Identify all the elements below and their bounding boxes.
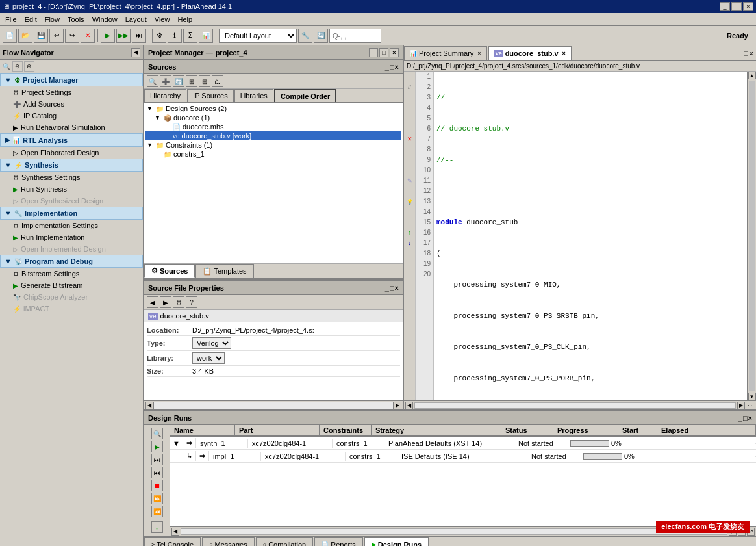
nav-section-header-program[interactable]: ▼ 📡 Program and Debug xyxy=(0,255,143,268)
tb-info[interactable]: ℹ xyxy=(168,29,182,43)
nav-collapse-btn[interactable]: ◀ xyxy=(131,48,140,57)
sfp-back-btn[interactable]: ◀ xyxy=(147,296,158,308)
menu-layout[interactable]: Layout xyxy=(121,14,151,25)
nav-item-impact[interactable]: ⚡iMPACT xyxy=(0,303,143,315)
tab-duocore-stub[interactable]: ve duocore_stub.v × xyxy=(488,46,572,60)
dr-fast-fwd-btn[interactable]: ⏩ xyxy=(151,493,163,504)
tab-compile-order[interactable]: Compile Order xyxy=(274,89,336,102)
menu-tools[interactable]: Tools xyxy=(64,14,88,25)
tb-wrench[interactable]: 🔧 xyxy=(298,29,312,43)
tab-libraries[interactable]: Libraries xyxy=(234,89,273,102)
tree-constrs[interactable]: 📁 constrs_1 xyxy=(145,150,401,159)
src-minimize-btn[interactable]: _ xyxy=(385,63,389,71)
minimize-btn[interactable]: _ xyxy=(720,2,730,11)
src-search-btn[interactable]: 🔍 xyxy=(147,75,158,87)
nav-zoom-out-icon[interactable]: ⊖ xyxy=(12,61,23,72)
sfp-bottom-scrollbar[interactable]: ◀ ▶ xyxy=(144,400,403,410)
tb-redo[interactable]: ↪ xyxy=(65,29,79,43)
sfp-maximize-btn[interactable]: □ xyxy=(390,284,394,292)
tb-save[interactable]: 💾 xyxy=(34,29,48,43)
src-tree-btn[interactable]: 🗂 xyxy=(212,75,223,87)
sfp-close-btn[interactable]: × xyxy=(395,284,399,292)
src-close-btn[interactable]: × xyxy=(395,63,399,71)
nav-section-header-pm[interactable]: ▼ ⚙ Project Manager xyxy=(0,73,143,86)
nav-item-run-impl[interactable]: ▶Run Implementation xyxy=(0,231,143,243)
hscroll-right-btn[interactable]: ▶ xyxy=(737,402,745,410)
dr-reset-btn[interactable]: ⏮ xyxy=(151,467,163,478)
sfp-forward-btn[interactable]: ▶ xyxy=(160,296,171,308)
tb-new[interactable]: 📄 xyxy=(3,29,17,43)
nav-section-header-impl[interactable]: ▼ 🔧 Implementation xyxy=(0,207,143,220)
editor-minimize-btn[interactable]: _ xyxy=(738,49,742,57)
dr-step-btn[interactable]: ⏭ xyxy=(151,454,163,465)
tree-design-sources[interactable]: ▼ 📁 Design Sources (2) xyxy=(145,104,401,113)
btm-tab-design-runs[interactable]: ▶ Design Runs xyxy=(364,537,429,546)
tb-undo[interactable]: ↩ xyxy=(49,29,64,43)
tb-gear[interactable]: ⚙ xyxy=(152,29,166,43)
sfp-scroll-left[interactable]: ◀ xyxy=(145,402,153,410)
ps-tab-close-icon[interactable]: × xyxy=(477,50,481,57)
tree-constraints[interactable]: ▼ 📁 Constraints (1) xyxy=(145,140,401,150)
nav-item-open-elaborated[interactable]: ▷Open Elaborated Design xyxy=(0,147,143,159)
dr-scroll-left[interactable]: ◀ xyxy=(171,528,179,536)
dr-maximize-btn[interactable]: □ xyxy=(743,414,748,422)
editor-maximize-btn[interactable]: □ xyxy=(744,49,748,57)
tree-duocore[interactable]: ▼ 📦 duocore (1) xyxy=(145,113,401,122)
sfp-help-btn[interactable]: ? xyxy=(186,296,197,308)
tab-project-summary[interactable]: 📊 Project Summary × xyxy=(404,46,487,60)
sfp-minimize-btn[interactable]: _ xyxy=(385,284,389,292)
menu-file[interactable]: File xyxy=(1,14,21,25)
pm-maximize-btn[interactable]: □ xyxy=(379,48,388,57)
editor-hscrollbar[interactable]: ◀ ▶ ··· xyxy=(404,400,756,410)
editor-code-area[interactable]: //-- // duocore_stub.v //-- module duoco… xyxy=(434,72,747,400)
tab-hierarchy[interactable]: Hierarchy xyxy=(144,89,186,102)
menu-edit[interactable]: Edit xyxy=(21,14,41,25)
nav-item-ip-catalog[interactable]: ⚡IP Catalog xyxy=(0,110,143,122)
pm-minimize-btn[interactable]: _ xyxy=(369,48,378,57)
tree-duocore-stub[interactable]: ve duocore_stub.v [work] xyxy=(145,131,401,140)
sfp-type-select[interactable]: Verilog xyxy=(192,337,231,349)
menu-view[interactable]: View xyxy=(151,14,174,25)
close-btn[interactable]: × xyxy=(743,2,753,11)
tb-open[interactable]: 📂 xyxy=(18,29,32,43)
tb-stop[interactable]: ✕ xyxy=(81,29,95,43)
tab-ip-sources[interactable]: IP Sources xyxy=(187,89,234,102)
nav-section-header-rtl[interactable]: ▶ 📊 RTL Analysis xyxy=(0,133,143,147)
btm-tab-messages[interactable]: ○ Messages xyxy=(202,537,255,546)
nav-item-open-synthesized[interactable]: ▷Open Synthesized Design xyxy=(0,195,143,207)
vscroll-down-btn[interactable]: ▼ xyxy=(748,393,756,400)
nav-item-open-impl[interactable]: ▷Open Implemented Design xyxy=(0,243,143,255)
dr-stop-btn[interactable]: ⏹ xyxy=(151,480,163,491)
tb-run2[interactable]: ▶▶ xyxy=(116,29,131,43)
tb-chart[interactable]: Σ xyxy=(183,29,197,43)
dr-row-impl1[interactable]: ↳ ➡ impl_1 xc7z020clg484-1 constrs_1 ISE… xyxy=(170,450,756,463)
nav-item-behavioral-sim[interactable]: ▶Run Behavioral Simulation xyxy=(0,122,143,133)
btm-tab-reports[interactable]: 📄 Reports xyxy=(314,537,363,546)
tree-duocore-mhs[interactable]: 📄 duocore.mhs xyxy=(145,122,401,131)
tb-chart2[interactable]: 📊 xyxy=(199,29,213,43)
sfp-scroll-right[interactable]: ▶ xyxy=(394,402,401,410)
dr-run-btn[interactable]: ▶ xyxy=(151,441,163,452)
dr-close-btn[interactable]: × xyxy=(748,414,752,422)
vscroll-up-btn[interactable]: ▲ xyxy=(748,72,756,79)
tb-run3[interactable]: ⏭ xyxy=(132,29,146,43)
nav-item-add-sources[interactable]: ➕Add Sources xyxy=(0,98,143,110)
nav-item-bitstream-settings[interactable]: ⚙Bitstream Settings xyxy=(0,268,143,280)
src-refresh-btn[interactable]: 🔄 xyxy=(173,75,184,87)
btm-tab-tcl-console[interactable]: > Tcl Console xyxy=(144,537,201,546)
tab-templates[interactable]: 📋 Templates xyxy=(195,264,253,278)
vscroll-thumb[interactable] xyxy=(749,81,755,391)
src-expand-btn[interactable]: ⊞ xyxy=(186,75,197,87)
hscroll-left-btn[interactable]: ◀ xyxy=(405,402,413,410)
nav-item-generate-bitstream[interactable]: ▶Generate Bitstream xyxy=(0,280,143,291)
src-add-btn[interactable]: ➕ xyxy=(160,75,171,87)
layout-dropdown[interactable]: Default Layout xyxy=(219,29,297,43)
menu-window[interactable]: Window xyxy=(88,14,121,25)
sfp-gear-btn[interactable]: ⚙ xyxy=(173,296,184,308)
menu-help[interactable]: Help xyxy=(173,14,196,25)
dr-search-btn[interactable]: 🔍 xyxy=(151,428,163,439)
dr-row-synth1[interactable]: ▼ ➡ synth_1 xc7z020clg484-1 constrs_1 Pl… xyxy=(170,437,756,450)
nav-item-impl-settings[interactable]: ⚙Implementation Settings xyxy=(0,220,143,231)
sfp-library-select[interactable]: work xyxy=(192,352,225,364)
dr-add-btn[interactable]: ↓ xyxy=(151,521,163,533)
